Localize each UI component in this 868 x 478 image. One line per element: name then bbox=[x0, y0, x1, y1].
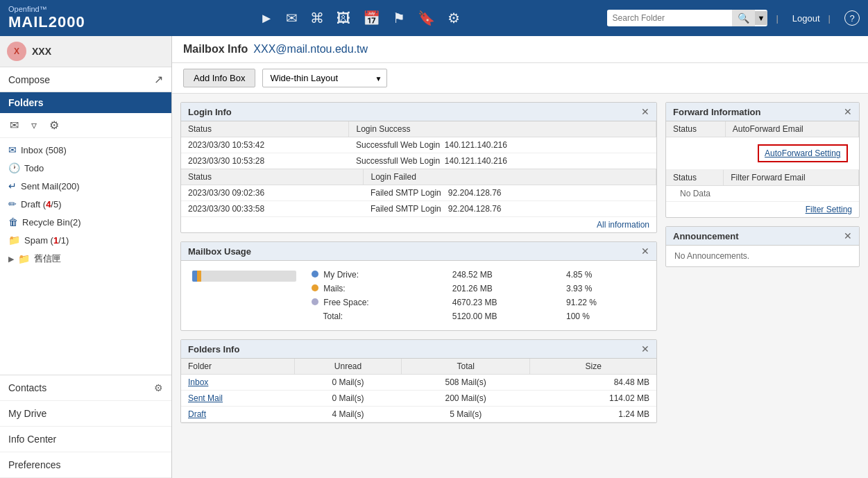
usage-value-3: 4670.23 MB bbox=[448, 296, 562, 309]
login-info-header: Login Info ✕ bbox=[181, 103, 656, 121]
folder-expand-icon: ▶ bbox=[8, 255, 14, 264]
user-bar: X XXX bbox=[0, 36, 171, 67]
login-success-header: Login Success bbox=[349, 121, 656, 137]
app-header: Openfind™ MAIL2000 ► ✉ ⌘ 🖼 📅 ⚑ 🔖 ⚙ 🔍 ▼ |… bbox=[0, 0, 868, 36]
folder-item-draft[interactable]: ✏ Draft (4/5) bbox=[0, 195, 171, 213]
usage-pct-2: 3.93 % bbox=[562, 282, 645, 296]
folder-item-todo[interactable]: 🕐 Todo bbox=[0, 159, 171, 177]
layout-select[interactable]: Wide-thin Layout Thin-wide Layout Equal … bbox=[262, 69, 387, 87]
mail-nav-icon[interactable]: ✉ bbox=[286, 10, 298, 26]
folder-label-spam: Spam (1/1) bbox=[24, 235, 69, 246]
forward-email-header: AutoForward Email bbox=[725, 121, 858, 137]
usage-value-total: 5120.00 MB bbox=[448, 309, 562, 323]
table-row: Inbox 0 Mail(s) 508 Mail(s) 84.48 MB bbox=[181, 375, 656, 391]
sidebar-contacts[interactable]: Contacts ⚙ bbox=[0, 375, 171, 401]
preferences-label: Preferences bbox=[8, 459, 60, 470]
folder-item-recycle[interactable]: 🗑 Recycle Bin(2) bbox=[0, 213, 171, 231]
no-data-cell: No Data bbox=[666, 186, 859, 202]
table-row: 2023/03/30 09:02:36 Failed SMTP Login 92… bbox=[181, 185, 656, 201]
tag-nav-icon[interactable]: 🔖 bbox=[418, 10, 435, 26]
settings-nav-icon[interactable]: ⚙ bbox=[448, 10, 460, 26]
logout-button[interactable]: Logout bbox=[792, 13, 820, 24]
sidebar-my-drive[interactable]: My Drive bbox=[0, 401, 171, 427]
folders-info-box: Folders Info ✕ Folder Unread Total Size bbox=[180, 339, 657, 423]
add-info-box-button[interactable]: Add Info Box bbox=[183, 69, 255, 87]
table-row: 2023/03/30 00:33:58 Failed SMTP Login 92… bbox=[181, 201, 656, 217]
folder-item-inbox[interactable]: ✉ Inbox (508) bbox=[0, 141, 171, 159]
folder-size-inbox: 84.48 MB bbox=[530, 375, 656, 391]
forward-info-close[interactable]: ✕ bbox=[844, 106, 852, 117]
mailbox-usage-close[interactable]: ✕ bbox=[641, 246, 649, 257]
avatar: X bbox=[7, 42, 26, 61]
login-info-close[interactable]: ✕ bbox=[641, 106, 649, 117]
announcement-box: Announcement ✕ No Announcements. bbox=[665, 226, 860, 267]
search-button[interactable]: 🔍 bbox=[732, 10, 755, 26]
announcement-close[interactable]: ✕ bbox=[844, 230, 852, 241]
search-dropdown[interactable]: ▼ bbox=[755, 11, 768, 25]
folder-list: ✉ Inbox (508) 🕐 Todo ↵ Sent Mail(200) ✏ … bbox=[0, 138, 171, 375]
usage-table: My Drive: 248.52 MB 4.85 % Mails: 201.26… bbox=[307, 268, 645, 323]
folder-filter-icon[interactable]: ▿ bbox=[28, 117, 40, 133]
folder-settings-icon[interactable]: ⚙ bbox=[46, 117, 62, 133]
table-row: Sent Mail 0 Mail(s) 200 Mail(s) 114.02 M… bbox=[181, 391, 656, 407]
table-row: AutoForward Setting bbox=[666, 137, 859, 170]
forward-status-header: Status bbox=[666, 121, 725, 137]
contacts-label: Contacts bbox=[8, 382, 46, 393]
failed-result-1: Failed SMTP Login 92.204.128.76 bbox=[364, 185, 656, 201]
folder-inbox-icon[interactable]: ✉ bbox=[7, 117, 22, 133]
spam-icon: 📁 bbox=[8, 234, 20, 246]
failed-date-1: 2023/03/30 09:02:36 bbox=[181, 185, 364, 201]
announcement-title: Announcement bbox=[673, 231, 739, 241]
info-center-label: Info Center bbox=[8, 434, 56, 445]
usage-label-total: Total: bbox=[307, 309, 448, 323]
announcement-text: No Announcements. bbox=[674, 251, 749, 261]
table-row: Status Filter Forward Email bbox=[666, 170, 859, 186]
filter-email-header: Filter Forward Email bbox=[724, 170, 859, 186]
help-button[interactable]: ? bbox=[844, 10, 860, 26]
inbox-nav-icon[interactable]: 🖼 bbox=[337, 10, 350, 26]
folder-col-name: Folder bbox=[181, 359, 294, 375]
grid-nav-icon[interactable]: ⌘ bbox=[310, 10, 324, 26]
sidebar-info-center[interactable]: Info Center bbox=[0, 427, 171, 452]
table-row: 2023/03/30 10:53:28 Successfull Web Logi… bbox=[181, 153, 656, 169]
header-nav-icons: ► ✉ ⌘ 🖼 📅 ⚑ 🔖 ⚙ bbox=[113, 10, 607, 26]
table-row: Draft 4 Mail(s) 5 Mail(s) 1.24 MB bbox=[181, 407, 656, 422]
usage-pct-total: 100 % bbox=[562, 309, 645, 323]
table-row: My Drive: 248.52 MB 4.85 % bbox=[307, 268, 645, 282]
autoforward-setting-link[interactable]: AutoForward Setting bbox=[765, 148, 840, 158]
search-input[interactable] bbox=[607, 10, 732, 26]
filter-setting-link[interactable]: Filter Setting bbox=[666, 202, 859, 217]
folders-header[interactable]: Folders bbox=[0, 92, 171, 113]
folder-item-spam[interactable]: 📁 Spam (1/1) bbox=[0, 231, 171, 249]
compose-external-icon[interactable]: ↗ bbox=[154, 73, 163, 86]
contacts-gear-icon[interactable]: ⚙ bbox=[154, 382, 163, 393]
sidebar-preferences[interactable]: Preferences bbox=[0, 452, 171, 478]
login-failed-table: Status Login Failed 2023/03/30 09:02:36 … bbox=[181, 169, 656, 216]
folder-total-draft: 5 Mail(s) bbox=[402, 407, 530, 422]
table-row: 2023/03/30 10:53:42 Successfull Web Logi… bbox=[181, 137, 656, 153]
forward-nav-icon[interactable]: 📅 bbox=[363, 10, 380, 26]
draft-icon: ✏ bbox=[8, 198, 17, 210]
filter-table: Status Filter Forward Email No Data bbox=[666, 170, 859, 202]
dot-blue bbox=[312, 271, 318, 278]
logo-top: Openfind™ bbox=[8, 5, 85, 13]
failed-header: Login Failed bbox=[364, 169, 656, 185]
my-drive-label: My Drive bbox=[8, 408, 46, 419]
all-info-link[interactable]: All information bbox=[181, 216, 656, 232]
folder-item-old[interactable]: ▶ 📁 舊信匣 bbox=[0, 249, 171, 268]
folders-info-title: Folders Info bbox=[188, 344, 239, 355]
forward-table: Status AutoForward Email AutoForward Set… bbox=[666, 121, 859, 170]
announcement-content: No Announcements. bbox=[666, 246, 859, 266]
flag-nav-icon[interactable]: ⚑ bbox=[393, 10, 405, 26]
folder-size-sent: 114.02 MB bbox=[530, 391, 656, 407]
left-column: Login Info ✕ Status Login Success bbox=[180, 102, 657, 423]
folder-item-sent[interactable]: ↵ Sent Mail(200) bbox=[0, 177, 171, 195]
compose-nav-icon[interactable]: ► bbox=[259, 10, 273, 26]
todo-icon: 🕐 bbox=[8, 162, 20, 173]
folders-info-close[interactable]: ✕ bbox=[641, 343, 649, 355]
usage-bar-blue bbox=[192, 271, 197, 282]
failed-date-2: 2023/03/30 00:33:58 bbox=[181, 201, 364, 217]
usage-label-3: Free Space: bbox=[307, 296, 448, 309]
forward-info-header: Forward Information ✕ bbox=[666, 103, 859, 121]
search-box: 🔍 ▼ bbox=[607, 10, 768, 26]
